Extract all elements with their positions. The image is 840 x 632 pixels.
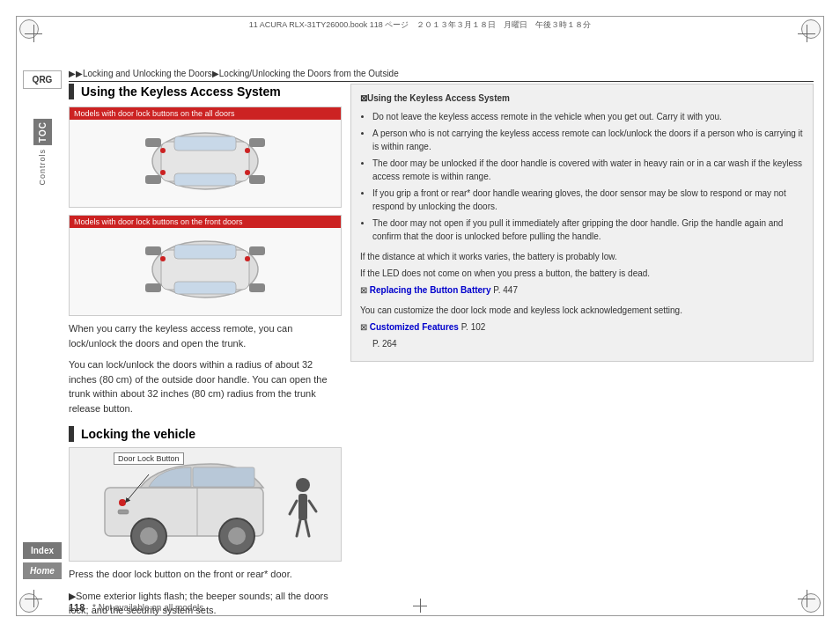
right-column: ⊠Using the Keyless Access System Do not … [350, 84, 814, 588]
info-bullet-3: The door may be unlocked if the door han… [372, 157, 804, 183]
bottom-center-crosshair [413, 599, 427, 613]
section2-para1: Press the door lock button on the front … [69, 567, 342, 582]
info-bullet-1: Do not leave the keyless access remote i… [372, 110, 804, 123]
svg-rect-15 [174, 282, 236, 294]
print-header: 11 ACURA RLX-31TY26000.book 118 ページ ２０１３… [53, 19, 787, 31]
sidebar-index-button[interactable]: Index [23, 542, 62, 559]
svg-rect-2 [174, 136, 236, 151]
car-image-top: Models with door lock buttons on the all… [69, 107, 342, 208]
heading-bar [69, 84, 74, 99]
main-content: Using the Keyless Access System Models w… [69, 84, 814, 588]
door-lock-label: Door Lock Button [114, 452, 184, 465]
info-box: ⊠Using the Keyless Access System Do not … [350, 84, 814, 362]
svg-point-25 [140, 527, 158, 545]
section2-heading: Locking the vehicle [81, 427, 195, 441]
svg-rect-18 [145, 283, 161, 292]
svg-rect-7 [249, 175, 265, 184]
sidebar-home-button[interactable]: Home [23, 562, 62, 579]
info-link1-line: ⊠ Replacing the Button Battery P. 447 [360, 283, 804, 297]
car-label-front-doors: Models with door lock buttons on the fro… [70, 216, 341, 228]
svg-line-37 [306, 520, 309, 536]
info-para2: If the LED does not come on when you pre… [360, 267, 804, 280]
svg-point-9 [160, 170, 166, 175]
info-box-title: ⊠Using the Keyless Access System [360, 92, 804, 105]
info-link1-prefix: ⊠ [360, 285, 367, 295]
info-link2-prefix: ⊠ [360, 322, 367, 332]
section1-heading: Using the Keyless Access System [81, 85, 281, 99]
section1-text: When you carry the keyless access remote… [69, 321, 342, 415]
svg-rect-6 [145, 175, 161, 184]
car-topdown2-svg [135, 232, 276, 307]
svg-point-8 [160, 148, 166, 153]
section1-para1: When you carry the keyless access remote… [69, 321, 342, 350]
svg-rect-23 [193, 467, 254, 487]
sidebar-controls-label: Controls [38, 149, 47, 186]
car-image-bottom: Models with door lock buttons on the fro… [69, 215, 342, 316]
section2-heading-container: Locking the vehicle [69, 426, 342, 442]
svg-rect-19 [249, 283, 265, 292]
svg-rect-4 [145, 138, 161, 147]
svg-point-27 [228, 527, 246, 545]
info-para1: If the distance at which it works varies… [360, 250, 804, 263]
left-column: Using the Keyless Access System Models w… [69, 84, 342, 588]
section1-para2: You can lock/unlock the doors within a r… [69, 357, 342, 415]
svg-point-10 [245, 148, 250, 153]
svg-rect-16 [145, 246, 161, 255]
svg-rect-5 [249, 138, 265, 147]
info-bullet-2: A person who is not carrying the keyless… [372, 127, 804, 153]
car-topdown-svg [135, 124, 276, 199]
info-bullet-4: If you grip a front or rear* door handle… [372, 187, 804, 213]
svg-line-36 [297, 520, 300, 536]
sidebar: QRG TOC Controls Index Home [16, 70, 69, 588]
replacing-battery-link[interactable]: Replacing the Button Battery [370, 285, 491, 295]
sidebar-bottom-nav: Index Home [23, 542, 62, 579]
locking-section: Locking the vehicle Door Lock Button [69, 426, 342, 618]
info-link2-page1: P. 102 [461, 322, 486, 332]
heading-bar2 [69, 426, 74, 442]
svg-point-30 [119, 499, 126, 506]
info-link2-line: ⊠ Customized Features P. 102 [360, 320, 804, 334]
info-link1-page: P. 447 [493, 285, 518, 295]
sidebar-toc-section: TOC Controls [33, 119, 52, 185]
svg-point-21 [245, 256, 250, 261]
car-side-svg [70, 448, 334, 558]
section1-heading-container: Using the Keyless Access System [69, 84, 342, 99]
info-link2-page2: P. 264 [372, 339, 397, 349]
info-box-list: Do not leave the keyless access remote i… [360, 110, 804, 243]
svg-rect-17 [249, 246, 265, 255]
customized-features-link[interactable]: Customized Features [370, 322, 459, 332]
svg-point-32 [296, 478, 310, 492]
car-svg-top [70, 107, 341, 204]
page-number: 118 [69, 602, 85, 613]
sidebar-qrg-button[interactable]: QRG [23, 70, 62, 89]
svg-point-11 [245, 170, 250, 175]
svg-line-35 [309, 501, 316, 511]
page-footnote: * Not available on all models [92, 603, 203, 613]
lock-car-image: Door Lock Button [69, 447, 342, 562]
svg-line-34 [290, 501, 297, 514]
svg-rect-33 [298, 494, 307, 520]
info-bullet-5: The door may not open if you pull it imm… [372, 217, 804, 243]
breadcrumb: ▶▶Locking and Unlocking the Doors▶Lockin… [69, 69, 814, 82]
info-para3: You can customize the door lock mode and… [360, 304, 804, 317]
svg-rect-3 [174, 173, 236, 186]
svg-rect-14 [174, 245, 236, 259]
info-link2-page2-line: P. 264 [360, 337, 804, 350]
car-label-all-doors: Models with door lock buttons on the all… [70, 107, 341, 120]
svg-rect-29 [118, 510, 129, 514]
sidebar-toc-button[interactable]: TOC [33, 119, 52, 145]
svg-point-20 [160, 256, 166, 261]
car-svg-bottom [70, 216, 341, 312]
